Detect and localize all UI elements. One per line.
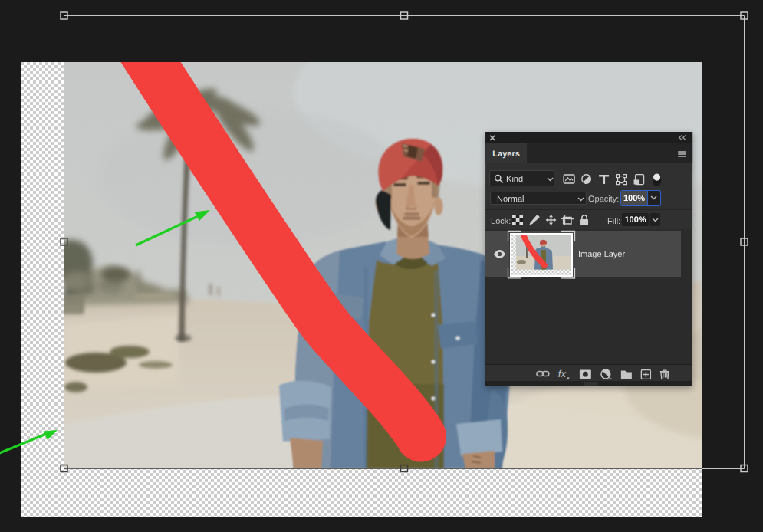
svg-text:fx: fx: [558, 368, 567, 379]
